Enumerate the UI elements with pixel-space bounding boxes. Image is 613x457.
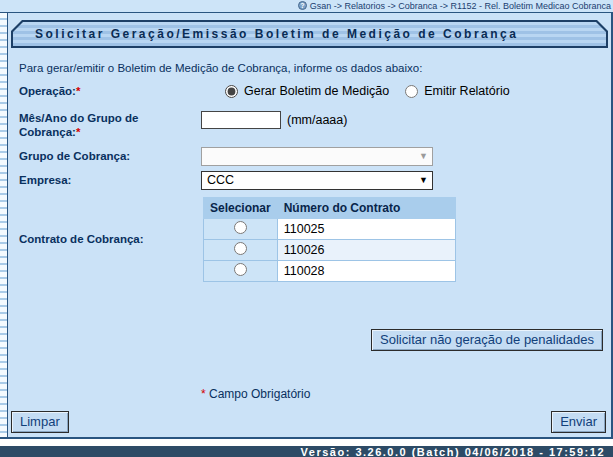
required-asterisk: * bbox=[76, 126, 80, 138]
table-row: 110025 bbox=[204, 218, 456, 239]
empresa-row: Empresa: CCC ▼ bbox=[19, 171, 608, 190]
contract-radio-110026[interactable] bbox=[234, 242, 247, 255]
gsan-page: ? Gsan -> Relatorios -> Cobranca -> R115… bbox=[0, 0, 613, 457]
operacao-radio-group: Gerar Boletim de Medição Emitir Relatóri… bbox=[201, 84, 520, 98]
footer-bar: Versão: 3.26.0.0 (Batch) 04/06/2018 - 17… bbox=[0, 446, 613, 457]
form-panel: Solicitar Geração/Emissão Boletim de Med… bbox=[8, 13, 613, 437]
grupo-cobranca-row: Grupo de Cobrança: ▼ bbox=[19, 147, 608, 166]
required-asterisk: * bbox=[76, 85, 80, 97]
left-decorative-strip bbox=[0, 13, 8, 437]
radio-emitir-relatorio[interactable] bbox=[405, 85, 418, 98]
contract-number: 110028 bbox=[277, 260, 455, 281]
radio-emitir-relatorio-label[interactable]: Emitir Relatório bbox=[424, 84, 509, 98]
grupo-cobranca-select: ▼ bbox=[201, 147, 433, 166]
contrato-cobranca-row: Contrato de Cobrança: Selecionar Número … bbox=[19, 197, 608, 282]
enviar-button[interactable]: Enviar bbox=[551, 411, 606, 433]
contract-radio-110028[interactable] bbox=[234, 263, 247, 276]
breadcrumb-bar: ? Gsan -> Relatorios -> Cobranca -> R115… bbox=[0, 0, 613, 13]
mes-ano-row: Mês/Ano do Grupo de Cobrança:* (mm/aaaa) bbox=[19, 111, 608, 140]
mes-ano-format-hint: (mm/aaaa) bbox=[287, 113, 347, 127]
intro-text: Para gerar/emitir o Boletim de Medição d… bbox=[19, 62, 608, 74]
empresa-label: Empresa: bbox=[19, 173, 201, 187]
header-numero-contrato: Número do Contrato bbox=[277, 197, 455, 218]
contracts-table: Selecionar Número do Contrato 110025 110… bbox=[203, 197, 456, 282]
actions-row: Limpar Enviar bbox=[11, 411, 606, 433]
table-row: 110026 bbox=[204, 239, 456, 260]
operacao-label: Operação:* bbox=[19, 84, 201, 98]
table-header-row: Selecionar Número do Contrato bbox=[204, 197, 456, 218]
breadcrumb: Gsan -> Relatorios -> Cobranca -> R1152 … bbox=[310, 1, 611, 11]
page-title-bar: Solicitar Geração/Emissão Boletim de Med… bbox=[11, 20, 608, 48]
table-row: 110028 bbox=[204, 260, 456, 281]
page-title: Solicitar Geração/Emissão Boletim de Med… bbox=[35, 27, 518, 41]
contrato-cobranca-label: Contrato de Cobrança: bbox=[19, 232, 201, 246]
radio-gerar-boletim-label[interactable]: Gerar Boletim de Medição bbox=[244, 84, 389, 98]
contract-radio-110025[interactable] bbox=[234, 221, 247, 234]
chevron-down-icon: ▼ bbox=[419, 175, 428, 185]
required-asterisk: * bbox=[201, 387, 206, 401]
version-text: Versão: 3.26.0.0 (Batch) 04/06/2018 - 17… bbox=[301, 446, 605, 457]
solicitar-nao-geracao-penalidades-button[interactable]: Solicitar não geração de penalidades bbox=[371, 329, 603, 351]
required-note: * Campo Obrigatório bbox=[201, 387, 608, 401]
header-selecionar: Selecionar bbox=[204, 197, 278, 218]
main-area: Solicitar Geração/Emissão Boletim de Med… bbox=[0, 13, 613, 439]
mes-ano-input[interactable] bbox=[201, 111, 281, 129]
radio-gerar-boletim[interactable] bbox=[225, 85, 238, 98]
mes-ano-label: Mês/Ano do Grupo de Cobrança:* bbox=[19, 111, 201, 140]
penalidades-row: Solicitar não geração de penalidades bbox=[11, 329, 603, 351]
grupo-cobranca-label: Grupo de Cobrança: bbox=[19, 149, 201, 163]
contract-number: 110025 bbox=[277, 218, 455, 239]
required-note-text: Campo Obrigatório bbox=[209, 387, 310, 401]
contract-number: 110026 bbox=[277, 239, 455, 260]
operacao-row: Operação:* Gerar Boletim de Medição Emit… bbox=[19, 82, 608, 100]
empresa-select[interactable]: CCC ▼ bbox=[201, 171, 433, 190]
help-icon[interactable]: ? bbox=[298, 1, 307, 10]
limpar-button[interactable]: Limpar bbox=[11, 411, 69, 433]
chevron-down-icon: ▼ bbox=[419, 151, 428, 161]
